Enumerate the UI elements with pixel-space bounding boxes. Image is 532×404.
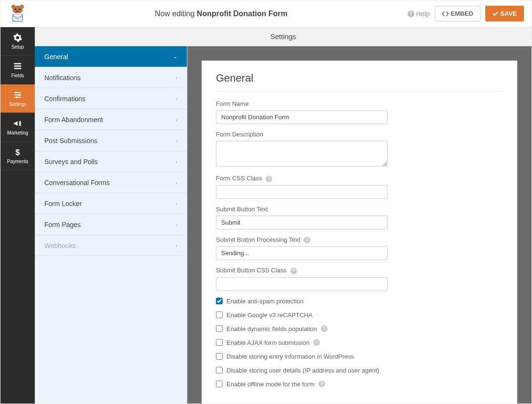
save-button[interactable]: SAVE	[485, 6, 524, 21]
nav-settings[interactable]: Settings	[0, 84, 35, 113]
submit-text-input[interactable]	[216, 216, 388, 229]
help-icon[interactable]: ?	[321, 325, 327, 332]
code-icon	[442, 10, 449, 17]
dollar-icon: $	[13, 147, 22, 157]
chevron-right-icon: ›	[175, 222, 177, 228]
form-name-input[interactable]	[216, 110, 388, 124]
submit-css-label: Submit Button CSS Class ?	[216, 267, 503, 274]
sidebar-item-conversational-forms[interactable]: Conversational Forms ›	[35, 172, 187, 193]
chevron-right-icon: ›	[175, 243, 177, 249]
check-icon	[492, 11, 498, 17]
nav-payments[interactable]: $ Payments	[0, 142, 35, 170]
page-title: Now editing Nonprofit Donation Form	[35, 10, 408, 18]
chevron-right-icon: ›	[175, 159, 177, 165]
submit-processing-label: Submit Button Processing Text ?	[216, 236, 503, 244]
help-icon[interactable]: ?	[290, 268, 297, 274]
title-prefix: Now editing	[155, 10, 195, 18]
svg-point-3	[15, 8, 17, 10]
help-icon: ?	[408, 10, 414, 17]
svg-rect-12	[14, 68, 21, 69]
form-css-input[interactable]	[216, 185, 388, 199]
form-name-label: Form Name	[216, 100, 503, 107]
sidebar-item-post-submissions[interactable]: Post Submissions ›	[35, 130, 187, 151]
submit-text-label: Submit Button Text	[216, 206, 503, 213]
checkbox-disable-user-details-input[interactable]	[216, 367, 223, 373]
checkbox-ajax-input[interactable]	[216, 339, 223, 346]
checkbox-disable-user-details: Disable storing user details (IP address…	[216, 367, 503, 374]
svg-text:$: $	[15, 148, 20, 157]
help-label: Help	[416, 10, 430, 18]
help-icon[interactable]: ?	[266, 176, 272, 182]
settings-panel: General Form Name Form Description Form …	[202, 61, 517, 404]
top-actions: ? Help EMBED SAVE	[408, 6, 524, 21]
sidebar-item-form-pages[interactable]: Form Pages ›	[35, 214, 187, 235]
checkbox-antispam: Enable anti-spam protection	[216, 298, 503, 305]
svg-point-16	[15, 92, 17, 93]
chevron-down-icon: ⌄	[173, 53, 177, 60]
sidebar-item-webhooks[interactable]: Webhooks ›	[35, 235, 187, 256]
checkbox-offline-input[interactable]	[216, 381, 223, 387]
nav-rail: Setup Fields Settings Marketing $ Paymen…	[0, 27, 35, 404]
svg-point-2	[20, 4, 24, 9]
help-icon[interactable]: ?	[313, 339, 320, 346]
svg-point-5	[16, 10, 20, 12]
nav-fields[interactable]: Fields	[0, 56, 35, 84]
gear-icon	[13, 33, 22, 42]
chevron-right-icon: ›	[175, 75, 177, 81]
section-header: Settings	[35, 27, 532, 46]
checkbox-disable-entry: Disable storing entry information in Wor…	[216, 353, 503, 360]
chevron-right-icon: ›	[175, 201, 177, 207]
svg-point-4	[19, 8, 21, 10]
checkbox-dynamic-fields: Enable dynamic fields population ?	[216, 325, 503, 332]
sidebar-item-form-abandonment[interactable]: Form Abandonment ›	[35, 109, 187, 130]
list-icon	[13, 62, 22, 71]
checkbox-disable-entry-input[interactable]	[216, 353, 223, 360]
help-link[interactable]: ? Help	[408, 10, 430, 18]
svg-point-1	[11, 4, 16, 9]
nav-setup[interactable]: Setup	[0, 27, 35, 56]
svg-rect-11	[14, 65, 21, 67]
checkbox-offline: Enable offline mode for the form ?	[216, 381, 503, 388]
megaphone-icon	[13, 119, 22, 128]
chevron-right-icon: ›	[175, 180, 177, 186]
checkbox-antispam-input[interactable]	[216, 298, 223, 304]
svg-rect-10	[14, 63, 21, 64]
title-form-name: Nonprofit Donation Form	[197, 10, 287, 18]
form-css-label: Form CSS Class ?	[216, 175, 503, 182]
sidebar-item-notifications[interactable]: Notifications ›	[35, 67, 187, 88]
logo	[0, 4, 35, 24]
svg-point-17	[18, 94, 20, 96]
sidebar-item-surveys-polls[interactable]: Surveys and Polls ›	[35, 151, 187, 172]
form-desc-label: Form Description	[216, 131, 503, 138]
nav-marketing[interactable]: Marketing	[0, 113, 35, 142]
chevron-right-icon: ›	[175, 117, 177, 123]
submit-css-input[interactable]	[216, 277, 388, 291]
submit-processing-input[interactable]	[216, 246, 388, 260]
svg-point-18	[16, 96, 18, 98]
embed-button[interactable]: EMBED	[435, 6, 481, 21]
checkbox-recaptcha: Enable Google v3 reCAPTCHA	[216, 311, 503, 319]
panel-heading: General	[216, 72, 503, 92]
form-desc-textarea[interactable]	[216, 141, 388, 166]
sliders-icon	[13, 90, 22, 100]
chevron-right-icon: ›	[175, 138, 177, 144]
sidebar-item-form-locker[interactable]: Form Locker ›	[35, 193, 187, 214]
help-icon[interactable]: ?	[318, 381, 325, 387]
sidebar-item-confirmations[interactable]: Confirmations ›	[35, 88, 187, 109]
sidebar-item-general[interactable]: General ⌄	[35, 46, 187, 67]
wpforms-logo-icon	[8, 4, 28, 24]
checkbox-recaptcha-input[interactable]	[216, 311, 223, 318]
help-icon[interactable]: ?	[304, 237, 310, 243]
checkbox-ajax: Enable AJAX form submission ?	[216, 339, 503, 346]
chevron-right-icon: ›	[175, 96, 177, 102]
settings-sidebar: General ⌄ Notifications › Confirmations …	[35, 46, 187, 404]
checkbox-dynamic-fields-input[interactable]	[216, 325, 223, 332]
topbar: Now editing Nonprofit Donation Form ? He…	[0, 0, 532, 27]
